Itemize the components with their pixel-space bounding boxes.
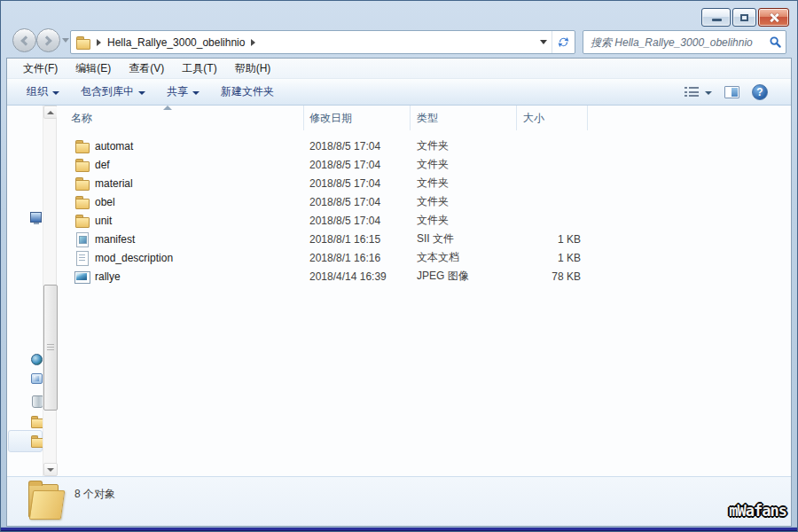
file-name: def (95, 159, 110, 171)
file-date-modified: 2018/8/1 16:15 (304, 233, 411, 246)
restore-icon (740, 14, 748, 21)
selected-folder-icon (25, 480, 67, 522)
file-row[interactable]: obel 2018/8/5 17:04 文件夹 (57, 192, 791, 211)
include-in-library-button[interactable]: 包含到库中 (70, 82, 156, 103)
text-file-icon (74, 251, 90, 264)
file-row[interactable]: manifest 2018/8/1 16:15 SII 文件 1 KB (57, 230, 791, 248)
window-controls (701, 8, 789, 27)
column-header-name[interactable]: 名称 (57, 106, 304, 130)
breadcrumb-arrow-icon[interactable] (97, 39, 101, 46)
close-button[interactable] (758, 8, 789, 27)
file-type: 文件夹 (411, 176, 517, 191)
file-type: JPEG 图像 (411, 269, 517, 284)
change-view-button[interactable] (685, 86, 712, 98)
file-date-modified: 2018/8/5 17:04 (304, 196, 411, 208)
file-type: 文件夹 (411, 138, 517, 153)
file-row[interactable]: material 2018/8/5 17:04 文件夹 (57, 174, 791, 192)
file-date-modified: 2018/8/5 17:04 (304, 140, 411, 153)
file-size: 78 KB (517, 270, 588, 283)
new-folder-button[interactable]: 新建文件夹 (210, 82, 285, 103)
chevron-down-icon (705, 91, 712, 95)
image-file-icon (74, 270, 90, 283)
column-header-type[interactable]: 类型 (411, 106, 517, 130)
file-rows: automat 2018/8/5 17:04 文件夹 def 2018/8/5 … (57, 130, 791, 286)
file-name: manifest (95, 233, 135, 246)
client-area: 文件(F) 编辑(E) 查看(V) 工具(T) 帮助(H) 组织 包含到库中 共… (6, 58, 792, 527)
minimize-button[interactable] (701, 8, 731, 27)
forward-icon (42, 35, 51, 45)
watermark: mWafans (729, 502, 786, 520)
menu-tools[interactable]: 工具(T) (173, 59, 225, 78)
scroll-up-button[interactable] (43, 106, 58, 119)
file-date-modified: 2018/8/5 17:04 (304, 215, 411, 227)
organize-button[interactable]: 组织 (16, 82, 70, 103)
file-row[interactable]: rallye 2018/4/14 16:39 JPEG 图像 78 KB (57, 267, 791, 286)
file-size: 1 KB (517, 252, 588, 264)
folder-icon (74, 139, 90, 153)
file-date-modified: 2018/8/1 16:16 (304, 252, 411, 264)
details-pane: 8 个对象 mWafans (7, 476, 791, 526)
file-type: SII 文件 (411, 231, 517, 246)
file-list: 名称 修改日期 类型 大小 automat 2018/8/5 17:04 文件夹… (57, 106, 791, 476)
menu-edit[interactable]: 编辑(E) (66, 59, 120, 78)
refresh-icon (557, 35, 570, 49)
breadcrumb-folder[interactable]: Hella_Rallye_3000_obelihnio (107, 36, 245, 49)
search-button[interactable] (764, 36, 786, 48)
file-row[interactable]: unit 2018/8/5 17:04 文件夹 (57, 211, 791, 230)
back-button[interactable] (12, 28, 36, 52)
menu-file[interactable]: 文件(F) (14, 59, 66, 78)
file-row[interactable]: mod_description 2018/8/1 16:16 文本文档 1 KB (57, 248, 791, 267)
column-header-size[interactable]: 大小 (517, 106, 588, 130)
item-count-label: 8 个对象 (74, 487, 115, 502)
file-type: 文件夹 (411, 194, 517, 209)
share-button[interactable]: 共享 (156, 82, 210, 103)
scrollbar-thumb[interactable] (43, 285, 58, 411)
list-view-icon (685, 86, 699, 98)
file-name: mod_description (95, 252, 173, 264)
folder-icon[interactable] (31, 416, 43, 426)
arrow-up-icon (47, 111, 54, 114)
sort-ascending-icon (163, 106, 172, 110)
explorer-window: Hella_Rallye_3000_obelihnio (0, 0, 798, 532)
folder-icon (75, 35, 90, 49)
sidebar-scrollbar[interactable] (43, 106, 57, 476)
search-input[interactable] (583, 31, 764, 53)
address-bar[interactable]: Hella_Rallye_3000_obelihnio (70, 30, 575, 54)
folder-icon (74, 195, 90, 208)
refresh-button[interactable] (552, 31, 575, 53)
folder-icon (74, 158, 90, 171)
window-bottom-edge (1, 527, 797, 531)
file-date-modified: 2018/8/5 17:04 (304, 177, 411, 190)
file-date-modified: 2018/8/5 17:04 (304, 159, 411, 171)
menu-view[interactable]: 查看(V) (120, 59, 173, 78)
close-icon (769, 12, 779, 23)
preview-pane-button[interactable] (724, 86, 739, 98)
search-icon (770, 36, 781, 48)
menu-help[interactable]: 帮助(H) (226, 59, 280, 78)
file-row[interactable]: automat 2018/8/5 17:04 文件夹 (57, 137, 791, 155)
scroll-down-button[interactable] (43, 463, 58, 476)
command-toolbar: 组织 包含到库中 共享 新建文件夹 (7, 79, 791, 106)
folder-icon[interactable] (31, 435, 43, 446)
file-name: material (95, 177, 133, 190)
address-dropdown-button[interactable] (536, 31, 552, 53)
file-name: obel (95, 196, 115, 208)
network-icon[interactable] (31, 354, 43, 365)
control-panel-icon[interactable] (31, 373, 43, 384)
history-dropdown-icon[interactable] (62, 38, 69, 43)
menu-bar: 文件(F) 编辑(E) 查看(V) 工具(T) 帮助(H) (7, 59, 791, 79)
chevron-down-icon (192, 91, 200, 95)
file-row[interactable]: def 2018/8/5 17:04 文件夹 (57, 155, 791, 174)
column-header-date[interactable]: 修改日期 (304, 106, 411, 130)
computer-icon[interactable] (30, 212, 42, 223)
help-button[interactable] (752, 84, 768, 100)
forward-button[interactable] (36, 28, 60, 52)
arrow-down-icon (47, 468, 54, 472)
file-name: rallye (95, 270, 121, 283)
chevron-down-icon (540, 40, 547, 44)
chevron-down-icon (52, 91, 59, 95)
restore-button[interactable] (732, 8, 756, 27)
file-name: unit (95, 215, 112, 227)
breadcrumb-arrow-icon[interactable] (251, 39, 255, 46)
search-box (583, 30, 786, 54)
